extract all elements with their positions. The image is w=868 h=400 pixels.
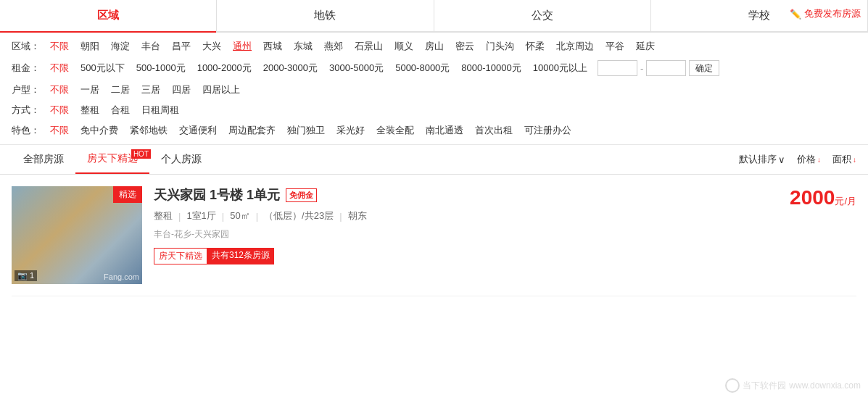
list-tab-all[interactable]: 全部房源 xyxy=(12,146,75,173)
detail-direction: 朝东 xyxy=(348,209,367,222)
detail-type: 整租 xyxy=(154,209,173,222)
sort-default[interactable]: 默认排序 ∨ xyxy=(739,153,785,166)
rent-item-10000[interactable]: 10000元以上 xyxy=(529,62,592,75)
feature-item-convenient[interactable]: 交通便利 xyxy=(175,124,221,137)
feature-item-near-metro[interactable]: 紧邻地铁 xyxy=(125,124,172,137)
sort-price-arrow-icon: ↓ xyxy=(817,156,821,164)
rent-item-2000-3000[interactable]: 2000-3000元 xyxy=(259,62,322,75)
listing-image: 精选 Fang.com 📷 1 xyxy=(12,186,142,284)
list-tab-featured[interactable]: 房天下精选 HOT xyxy=(75,145,149,174)
fang-logo: Fang.com xyxy=(104,272,139,281)
district-label: 区域： xyxy=(12,40,40,53)
district-item-shijingshan[interactable]: 石景山 xyxy=(350,40,387,53)
price-unit: 元/月 xyxy=(835,196,856,207)
price-dash: - xyxy=(640,63,643,74)
sort-price[interactable]: 价格 ↓ xyxy=(797,153,821,166)
listing-detail: 整租 | 1室1厅 | 50㎡ | （低层）/共23层 | 朝东 xyxy=(154,209,778,222)
list-tabs-bar: 全部房源 房天下精选 HOT 个人房源 默认排序 ∨ 价格 ↓ 面积 ↓ xyxy=(0,145,868,175)
district-item-fangshan[interactable]: 房山 xyxy=(421,40,448,53)
room-item-4[interactable]: 四居 xyxy=(168,83,195,96)
no-deposit-badge: 免佣金 xyxy=(286,188,317,202)
listing-price: 2000元/月 xyxy=(790,186,856,209)
sort-area-arrow-icon: ↓ xyxy=(853,156,856,164)
price-min-input[interactable] xyxy=(598,60,637,76)
filter-row-room: 户型： 不限 一居 二居 三居 四居 四居以上 xyxy=(12,83,856,96)
list-tab-personal[interactable]: 个人房源 xyxy=(149,146,213,173)
filter-row-district: 区域： 不限 朝阳 海淀 丰台 昌平 大兴 通州 西城 东城 燕郊 石景山 顺义… xyxy=(12,40,856,53)
method-item-shared[interactable]: 合租 xyxy=(107,104,134,117)
filter-row-method: 方式： 不限 整租 合租 日租周租 xyxy=(12,104,856,117)
free-post-button[interactable]: ✏️ 免费发布房源 xyxy=(790,7,861,20)
rent-item-5000-8000[interactable]: 5000-8000元 xyxy=(391,62,454,75)
feature-item-ns-through[interactable]: 南北通透 xyxy=(421,124,468,137)
sep4: | xyxy=(339,211,342,222)
feature-item-unlimited[interactable]: 不限 xyxy=(46,124,73,137)
hot-badge: HOT xyxy=(131,149,151,159)
detail-area: 50㎡ xyxy=(230,209,249,222)
featured-badge: 精选 xyxy=(113,186,142,203)
tab-bus[interactable]: 公交 xyxy=(434,0,651,31)
room-item-unlimited[interactable]: 不限 xyxy=(46,83,73,96)
listing-area: 精选 Fang.com 📷 1 天兴家园 1号楼 1单元 免佣金 整租 | 1室… xyxy=(0,175,868,308)
sep1: | xyxy=(178,211,181,222)
feature-item-amenities[interactable]: 周边配套齐 xyxy=(224,124,280,137)
district-item-yanqing[interactable]: 延庆 xyxy=(632,40,659,53)
sep3: | xyxy=(256,211,258,222)
district-item-mentougou[interactable]: 门头沟 xyxy=(481,40,518,53)
district-item-unlimited[interactable]: 不限 xyxy=(46,40,73,53)
sort-area[interactable]: 面积 ↓ xyxy=(832,153,856,166)
tag-featured[interactable]: 房天下精选 xyxy=(154,248,207,264)
district-item-shunyi[interactable]: 顺义 xyxy=(390,40,418,53)
tag-count: 共有312条房源 xyxy=(207,248,274,264)
feature-item-office[interactable]: 可注册办公 xyxy=(520,124,576,137)
tab-metro[interactable]: 地铁 xyxy=(217,0,434,31)
district-item-pinggu[interactable]: 平谷 xyxy=(601,40,629,53)
method-item-daily[interactable]: 日租周租 xyxy=(137,104,183,117)
feature-item-fully-furnished[interactable]: 全装全配 xyxy=(372,124,418,137)
rent-label: 租金： xyxy=(12,62,40,75)
listing-info: 天兴家园 1号楼 1单元 免佣金 整租 | 1室1厅 | 50㎡ | （低层）/… xyxy=(154,186,778,264)
district-item-tongzhou[interactable]: 通州 xyxy=(228,40,256,53)
district-item-bjperiphery[interactable]: 北京周边 xyxy=(552,40,598,53)
price-confirm-button[interactable]: 确定 xyxy=(689,60,719,76)
room-item-1[interactable]: 一居 xyxy=(76,83,104,96)
district-item-xicheng[interactable]: 西城 xyxy=(259,40,286,53)
district-item-huairou[interactable]: 怀柔 xyxy=(521,40,549,53)
rent-item-unlimited[interactable]: 不限 xyxy=(46,62,73,75)
price-max-input[interactable] xyxy=(646,60,686,76)
rent-item-500[interactable]: 500元以下 xyxy=(76,62,129,75)
camera-icon: 📷 xyxy=(17,271,28,280)
rent-item-1000-2000[interactable]: 1000-2000元 xyxy=(193,62,256,75)
method-item-unlimited[interactable]: 不限 xyxy=(46,104,73,117)
method-label: 方式： xyxy=(12,104,40,117)
district-item-haidian[interactable]: 海淀 xyxy=(107,40,134,53)
listing-card[interactable]: 精选 Fang.com 📷 1 天兴家园 1号楼 1单元 免佣金 整租 | 1室… xyxy=(12,186,856,296)
filter-row-rent: 租金： 不限 500元以下 500-1000元 1000-2000元 2000-… xyxy=(12,60,856,76)
detail-floor: （低层）/共23层 xyxy=(264,209,334,222)
feature-item-bright[interactable]: 采光好 xyxy=(332,124,369,137)
method-item-whole[interactable]: 整租 xyxy=(76,104,104,117)
feature-item-no-fee[interactable]: 免中介费 xyxy=(76,124,123,137)
feature-item-private-toilet[interactable]: 独门独卫 xyxy=(283,124,329,137)
district-item-fengtai[interactable]: 丰台 xyxy=(137,40,165,53)
rent-item-500-1000[interactable]: 500-1000元 xyxy=(132,62,190,75)
feature-label: 特色： xyxy=(12,124,40,137)
district-item-chaoyang[interactable]: 朝阳 xyxy=(76,40,104,53)
feature-item-first-rent[interactable]: 首次出租 xyxy=(471,124,517,137)
rent-item-8000-10000[interactable]: 8000-10000元 xyxy=(457,62,525,75)
district-item-yanjiao[interactable]: 燕郊 xyxy=(320,40,347,53)
room-item-2[interactable]: 二居 xyxy=(107,83,134,96)
rent-item-3000-5000[interactable]: 3000-5000元 xyxy=(325,62,388,75)
listing-tags: 房天下精选 共有312条房源 xyxy=(154,248,778,264)
top-tab-bar: 区域 地铁 公交 学校 ✏️ 免费发布房源 xyxy=(0,0,868,33)
room-item-3[interactable]: 三居 xyxy=(137,83,165,96)
room-item-4plus[interactable]: 四居以上 xyxy=(198,83,244,96)
room-label: 户型： xyxy=(12,83,40,96)
district-item-changping[interactable]: 昌平 xyxy=(168,40,195,53)
listing-title: 天兴家园 1号楼 1单元 免佣金 xyxy=(154,186,778,204)
district-item-daxing[interactable]: 大兴 xyxy=(198,40,226,53)
district-item-dongcheng[interactable]: 东城 xyxy=(289,40,317,53)
tab-district[interactable]: 区域 xyxy=(0,0,217,31)
detail-room: 1室1厅 xyxy=(186,209,215,222)
district-item-miyun[interactable]: 密云 xyxy=(451,40,479,53)
